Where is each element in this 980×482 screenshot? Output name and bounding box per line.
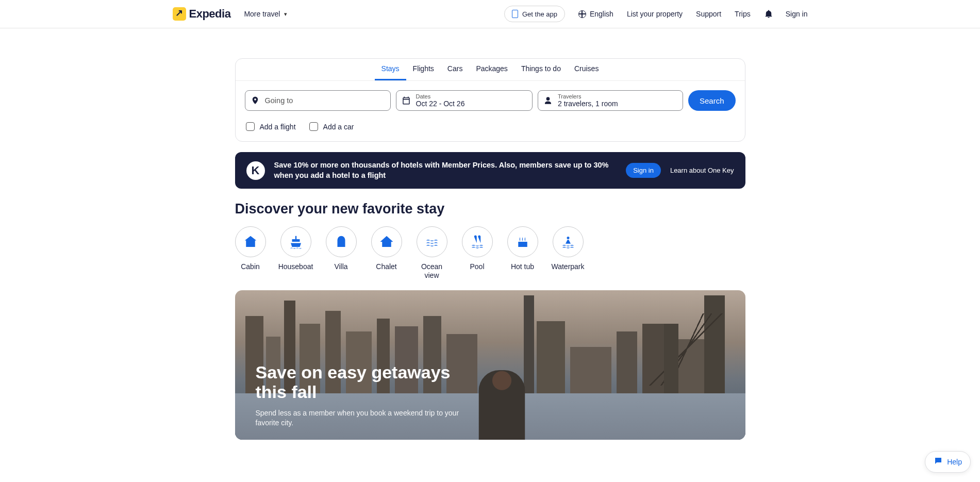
add-flight-label: Add a flight	[260, 123, 296, 131]
hero-title: Save on easy getaways this fall	[256, 362, 472, 402]
promo-learn-link[interactable]: Learn about One Key	[670, 167, 734, 174]
get-app-label: Get the app	[522, 10, 557, 18]
get-app-button[interactable]: Get the app	[504, 6, 565, 22]
product-tabs: Stays Flights Cars Packages Things to do…	[236, 59, 745, 81]
category-cabin[interactable]: Cabin	[235, 226, 266, 280]
stay-categories: Cabin Houseboat Villa Chalet Ocean view …	[235, 226, 745, 280]
support-link[interactable]: Support	[696, 10, 721, 18]
chevron-down-icon: ▾	[284, 11, 287, 18]
brand-logo[interactable]: Expedia	[173, 7, 231, 21]
tab-packages[interactable]: Packages	[469, 59, 514, 80]
add-flight-checkbox[interactable]: Add a flight	[246, 122, 296, 131]
brand-name: Expedia	[189, 7, 231, 21]
destination-placeholder: Going to	[265, 96, 293, 105]
more-travel-menu[interactable]: More travel ▾	[244, 10, 287, 18]
more-travel-label: More travel	[244, 10, 280, 18]
category-label: Houseboat	[278, 262, 313, 271]
checkbox-icon	[246, 122, 255, 131]
category-chalet[interactable]: Chalet	[371, 226, 402, 280]
person-icon	[543, 96, 553, 105]
houseboat-icon	[288, 234, 304, 250]
category-houseboat[interactable]: Houseboat	[280, 226, 311, 280]
search-card: Stays Flights Cars Packages Things to do…	[235, 58, 745, 142]
category-hot-tub[interactable]: Hot tub	[507, 226, 538, 280]
category-label: Pool	[470, 262, 484, 271]
search-button[interactable]: Search	[688, 90, 736, 111]
site-header: Expedia More travel ▾ Get the app Englis…	[0, 0, 980, 28]
hero-person-decor	[478, 370, 525, 440]
category-label: Villa	[334, 262, 347, 271]
member-prices-banner: K Save 10% or more on thousands of hotel…	[235, 152, 745, 189]
help-widget[interactable]: Help	[925, 451, 971, 460]
logo-mark-icon	[173, 7, 186, 21]
category-waterpark[interactable]: Waterpark	[553, 226, 584, 280]
add-car-checkbox[interactable]: Add a car	[309, 122, 354, 131]
trips-link[interactable]: Trips	[735, 10, 751, 18]
category-ocean-view[interactable]: Ocean view	[417, 226, 447, 280]
pool-icon	[470, 234, 485, 250]
dates-label: Dates	[416, 93, 465, 100]
tab-cruises[interactable]: Cruises	[568, 59, 605, 80]
notifications-button[interactable]	[764, 9, 772, 19]
hero-subtitle: Spend less as a member when you book a w…	[256, 408, 472, 428]
cabin-icon	[243, 234, 258, 250]
category-villa[interactable]: Villa	[326, 226, 357, 280]
help-label: Help	[947, 458, 962, 460]
one-key-icon: K	[246, 161, 265, 180]
sign-in-link[interactable]: Sign in	[786, 10, 808, 18]
category-label: Cabin	[241, 262, 260, 271]
dates-field[interactable]: Dates Oct 22 - Oct 26	[396, 90, 533, 111]
villa-icon	[334, 234, 349, 250]
chalet-icon	[379, 234, 394, 250]
list-property-link[interactable]: List your property	[627, 10, 683, 18]
checkbox-icon	[309, 122, 318, 131]
travelers-label: Travelers	[558, 93, 618, 100]
chat-icon	[934, 456, 943, 460]
dates-value: Oct 22 - Oct 26	[416, 99, 465, 108]
promo-text: Save 10% or more on thousands of hotels …	[274, 160, 617, 180]
language-selector[interactable]: English	[578, 10, 613, 18]
globe-icon	[578, 10, 586, 18]
tab-cars[interactable]: Cars	[441, 59, 470, 80]
travelers-field[interactable]: Travelers 2 travelers, 1 room	[538, 90, 683, 111]
discover-title: Discover your new favorite stay	[235, 201, 745, 217]
hero-banner[interactable]: Save on easy getaways this fall Spend le…	[235, 290, 745, 440]
add-car-label: Add a car	[323, 123, 354, 131]
tab-flights[interactable]: Flights	[406, 59, 441, 80]
category-label: Ocean view	[417, 262, 447, 280]
category-pool[interactable]: Pool	[462, 226, 493, 280]
calendar-icon	[402, 96, 411, 105]
category-label: Waterpark	[551, 262, 584, 271]
location-pin-icon	[251, 96, 260, 105]
destination-field[interactable]: Going to	[245, 90, 391, 111]
promo-sign-in-button[interactable]: Sign in	[626, 163, 661, 178]
tab-things-to-do[interactable]: Things to do	[514, 59, 568, 80]
hot-tub-icon	[515, 234, 530, 250]
category-label: Hot tub	[511, 262, 534, 271]
waterpark-icon	[560, 234, 576, 250]
category-label: Chalet	[376, 262, 396, 271]
travelers-value: 2 travelers, 1 room	[558, 99, 618, 108]
language-label: English	[590, 10, 613, 18]
tab-stays[interactable]: Stays	[375, 59, 406, 80]
ocean-view-icon	[424, 234, 440, 250]
phone-icon	[512, 10, 518, 18]
bell-icon	[764, 9, 773, 19]
